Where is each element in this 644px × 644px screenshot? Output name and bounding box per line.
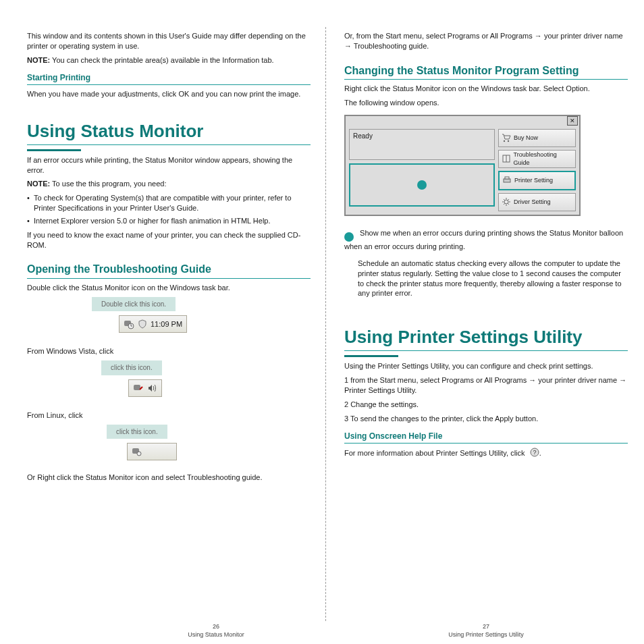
note2-bullet-1: To check for Operating System(s) that ar… <box>27 193 311 213</box>
page-title: Using Status Monitor <box>27 119 311 143</box>
arrow-icon: → <box>529 376 536 384</box>
util-step3: 3 To send the changes to the printer, cl… <box>344 414 628 424</box>
buy-now-button[interactable]: Buy Now <box>498 129 576 147</box>
error-para: If an error occurs while printing, the S… <box>27 155 311 176</box>
or-start-menu: Or, from the Start menu, select Programs… <box>344 31 628 51</box>
title-accent2 <box>344 355 398 357</box>
series-marker-icon <box>417 180 427 190</box>
svg-rect-9 <box>504 179 510 182</box>
vista-systray <box>128 379 162 397</box>
rule3 <box>344 79 628 80</box>
page: { "left": { "top_lines": "This window an… <box>0 0 644 644</box>
note2-label: NOTE: <box>27 180 50 188</box>
note-body: You can check the printable area(s) avai… <box>52 56 274 64</box>
printer-settings-utility-title: Using Printer Settings Utility <box>344 325 628 349</box>
note2-bullet-2: Internet Explorer version 5.0 or higher … <box>27 216 311 226</box>
arrow-icon: → <box>619 376 626 384</box>
book-icon <box>501 153 512 164</box>
shield-icon <box>137 319 148 329</box>
util-body: Using the Printer Settings Utility, you … <box>344 361 628 371</box>
column-separator <box>325 27 327 621</box>
titlebar: ✕ <box>346 116 579 126</box>
linux-systray <box>127 443 177 460</box>
onscreen-help-body: For more information about Printer Setti… <box>344 448 628 460</box>
open-troubleshooting-body: Double click the Status Monitor icon on … <box>27 283 311 293</box>
title-rule <box>27 144 311 145</box>
note2-line: NOTE: To use the this program, you need: <box>27 179 311 189</box>
printer-icon <box>502 175 512 186</box>
util-step1: 1 from the Start menu, select Programs o… <box>344 375 628 396</box>
title-rule2 <box>344 350 628 351</box>
gear-icon <box>501 196 512 207</box>
arrow-icon: → <box>535 32 542 40</box>
arrow-icon: → <box>344 42 352 50</box>
change-setting-body2: The following window opens. <box>344 98 628 108</box>
close-icon[interactable]: ✕ <box>567 116 578 126</box>
status-monitor-icon[interactable] <box>124 319 134 329</box>
printer-status-field: Ready <box>349 129 495 160</box>
vista-line: From Windows Vista, click <box>27 346 311 356</box>
help-icon[interactable]: ? <box>530 448 539 460</box>
right-column: Or, from the Start menu, select Programs… <box>344 27 628 464</box>
doubleclick-tag: Double click this icon. <box>92 297 176 312</box>
linux-tag: click this icon. <box>107 425 167 439</box>
rule <box>27 84 311 85</box>
status-monitor-icon[interactable] <box>133 383 144 394</box>
onscreen-help-heading: Using Onscreen Help File <box>344 431 628 441</box>
rule4 <box>344 443 628 444</box>
rule2 <box>27 278 311 279</box>
note-line: NOTE: You can check the printable area(s… <box>27 55 311 65</box>
note-label: NOTE: <box>27 56 50 64</box>
open-troubleshooting-heading: Opening the Troubleshooting Guide <box>27 262 311 277</box>
svg-point-5 <box>504 140 505 142</box>
right-click-line: Or Right click the Status Monitor icon a… <box>27 473 311 483</box>
linux-line: From Linux, click <box>27 410 311 421</box>
note2-body: To use the this program, you need: <box>52 180 166 188</box>
printer-setting-button[interactable]: Printer Setting <box>498 171 576 190</box>
volume-icon <box>146 383 157 394</box>
starting-printing-heading: Starting Printing <box>27 72 311 83</box>
toner-level-box <box>349 163 495 207</box>
change-setting-body: Right click the Status Monitor icon on t… <box>344 84 628 94</box>
callout-2: Schedule an automatic status checking ev… <box>358 259 628 298</box>
svg-rect-10 <box>505 177 509 179</box>
svg-point-4 <box>137 452 141 456</box>
svg-point-6 <box>508 140 509 142</box>
util-step2: 2 Change the settings. <box>344 400 628 410</box>
troubleshooting-guide-button[interactable]: Troubleshooting Guide <box>498 150 576 168</box>
footer-right: 27 Using Printer Settings Utility <box>378 622 594 639</box>
callout-1: Show me when an error occurs during prin… <box>344 225 628 252</box>
note2-tail: If you need to know the exact name of yo… <box>27 230 311 250</box>
svg-text:?: ? <box>533 449 536 456</box>
svg-point-11 <box>504 200 508 204</box>
cart-icon <box>501 132 512 143</box>
title-accent <box>27 149 81 151</box>
driver-setting-button[interactable]: Driver Setting <box>498 193 576 211</box>
starting-printing-body: When you have made your adjustments, cli… <box>27 89 311 99</box>
vista-tag: click this icon. <box>101 360 162 375</box>
bullet-icon <box>344 232 354 242</box>
footer-left: 26 Using Status Monitor <box>108 622 324 639</box>
svg-rect-2 <box>134 385 140 390</box>
change-setting-heading: Changing the Status Monitor Program Sett… <box>344 63 628 78</box>
status-monitor-window: ✕ Ready Buy Now <box>344 115 581 216</box>
status-monitor-icon[interactable] <box>132 446 142 457</box>
xp-clock: 11:09 PM <box>151 319 182 329</box>
intro-text: This window and its contents shown in th… <box>27 31 311 51</box>
xp-systray: 11:09 PM <box>119 315 187 333</box>
left-column: This window and its contents shown in th… <box>27 27 311 487</box>
